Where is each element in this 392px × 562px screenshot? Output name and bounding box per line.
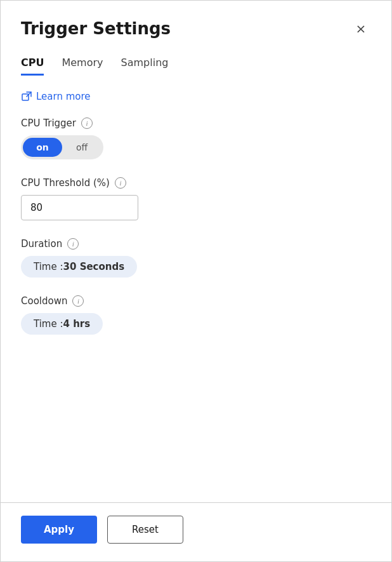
toggle-off-option[interactable]: off [62,138,101,157]
duration-time-value: 30 Seconds [63,261,125,272]
cooldown-info-icon[interactable]: i [72,295,84,307]
trigger-settings-dialog: Trigger Settings × CPU Memory Sampling L… [0,0,392,562]
cpu-trigger-toggle[interactable]: on off [21,135,103,159]
learn-more-label: Learn more [36,91,91,102]
learn-more-link[interactable]: Learn more [21,91,371,102]
toggle-on-option[interactable]: on [23,138,62,157]
cooldown-label-row: Cooldown i [21,295,371,307]
apply-button[interactable]: Apply [21,516,97,544]
close-icon: × [356,21,367,36]
cpu-trigger-label: CPU Trigger [21,117,76,129]
duration-info-icon[interactable]: i [67,238,79,250]
cooldown-label: Cooldown [21,295,67,307]
cpu-threshold-section: CPU Threshold (%) i [21,177,371,220]
tab-content-cpu: Learn more CPU Trigger i on off CPU Thre… [1,76,391,435]
reset-button[interactable]: Reset [107,516,183,544]
tab-sampling[interactable]: Sampling [121,51,169,76]
footer-button-group: Apply Reset [21,516,371,544]
dialog-footer: Apply Reset [1,516,391,561]
tab-bar: CPU Memory Sampling [1,39,391,76]
dialog-header: Trigger Settings × [1,1,391,39]
cooldown-time-badge[interactable]: Time : 4 hrs [21,313,103,335]
cooldown-time-value: 4 hrs [63,318,91,330]
cpu-trigger-info-icon[interactable]: i [81,117,93,129]
duration-section: Duration i Time : 30 Seconds [21,238,371,278]
close-button[interactable]: × [351,18,371,39]
cpu-threshold-label: CPU Threshold (%) [21,177,110,189]
duration-time-prefix: Time : [34,261,63,272]
cpu-threshold-label-row: CPU Threshold (%) i [21,177,371,189]
cpu-threshold-input[interactable] [21,195,138,220]
dialog-title: Trigger Settings [21,19,171,38]
cpu-trigger-label-row: CPU Trigger i [21,117,371,129]
duration-label-row: Duration i [21,238,371,250]
external-link-icon [21,91,32,102]
duration-time-badge[interactable]: Time : 30 Seconds [21,256,137,278]
tab-cpu[interactable]: CPU [21,51,44,76]
footer-divider [1,502,391,503]
tab-memory[interactable]: Memory [62,51,103,76]
cpu-threshold-info-icon[interactable]: i [115,177,126,189]
cooldown-section: Cooldown i Time : 4 hrs [21,295,371,335]
cpu-trigger-section: CPU Trigger i on off [21,117,371,159]
cooldown-time-prefix: Time : [34,318,63,330]
duration-label: Duration [21,238,62,250]
